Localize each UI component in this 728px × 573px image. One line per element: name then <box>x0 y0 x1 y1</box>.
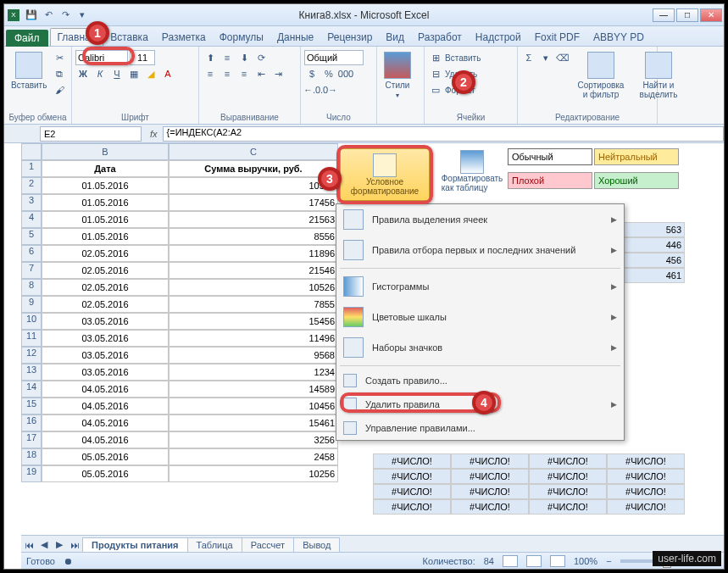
cell-date[interactable]: 05.05.2016 <box>42 448 169 465</box>
fill-icon[interactable]: ▾ <box>538 50 553 65</box>
cell-date[interactable]: 03.05.2016 <box>42 330 169 347</box>
cell-date[interactable]: 01.05.2016 <box>42 228 169 245</box>
dec-decimal-icon[interactable]: .0→ <box>321 82 336 97</box>
row-header[interactable]: 3 <box>21 194 42 211</box>
tab-review[interactable]: Рецензир <box>320 29 379 46</box>
menu-top-bottom[interactable]: Правила отбора первых и последних значен… <box>336 235 624 265</box>
row-header[interactable]: 19 <box>21 465 42 482</box>
sheet-nav-first-icon[interactable]: ⏮ <box>21 537 36 553</box>
tab-insert[interactable]: Вставка <box>103 29 155 46</box>
qat-save-icon[interactable]: 💾 <box>24 8 39 23</box>
cell-error[interactable]: #ЧИСЛО! <box>529 453 607 469</box>
cell-error[interactable]: #ЧИСЛО! <box>373 499 451 515</box>
row-header[interactable]: 16 <box>21 414 42 431</box>
fill-color-icon[interactable]: ◢ <box>143 66 158 81</box>
cell-error[interactable]: #ЧИСЛО! <box>373 469 451 484</box>
currency-icon[interactable]: $ <box>304 66 320 81</box>
tab-view[interactable]: Вид <box>379 29 411 46</box>
format-as-table-button[interactable]: Форматировать как таблицу <box>440 148 504 194</box>
view-pagebreak-icon[interactable] <box>550 555 565 567</box>
row-header[interactable]: 9 <box>21 296 42 313</box>
row-header[interactable]: 14 <box>21 381 42 398</box>
cell-date[interactable]: 02.05.2016 <box>42 245 169 262</box>
cell-sum[interactable]: 10256 <box>169 465 338 482</box>
tab-developer[interactable]: Разработ <box>411 29 469 46</box>
cell-sum[interactable]: 11896 <box>169 245 338 262</box>
sheet-nav-last-icon[interactable]: ⏭ <box>67 537 82 553</box>
file-tab[interactable]: Файл <box>6 30 48 47</box>
cell-sum[interactable]: 7855 <box>169 296 338 313</box>
macro-record-icon[interactable]: ⏺ <box>64 556 73 566</box>
format-painter-icon[interactable]: 🖌 <box>52 82 67 97</box>
cell-date[interactable]: 03.05.2016 <box>42 364 169 381</box>
sheet-tab[interactable]: Вывод <box>293 537 340 553</box>
cut-icon[interactable]: ✂ <box>52 50 67 65</box>
style-normal[interactable]: Обычный <box>508 148 592 165</box>
sheet-tab[interactable]: Рассчет <box>242 537 295 553</box>
cell-date[interactable]: 01.05.2016 <box>42 177 169 194</box>
sort-filter-button[interactable]: Сортировка и фильтр <box>572 50 630 101</box>
bold-icon[interactable]: Ж <box>75 66 91 81</box>
style-bad[interactable]: Плохой <box>508 172 592 189</box>
italic-icon[interactable]: К <box>92 66 108 81</box>
row-header[interactable]: 1 <box>21 160 42 177</box>
cell-sum[interactable]: 17456 <box>169 194 338 211</box>
cell-error[interactable]: #ЧИСЛО! <box>607 484 685 499</box>
close-button[interactable]: ✕ <box>700 8 722 22</box>
cell-date[interactable]: 01.05.2016 <box>42 194 169 211</box>
row-header[interactable]: 13 <box>21 364 42 381</box>
cell-sum[interactable]: 10526 <box>169 279 338 296</box>
menu-icon-sets[interactable]: Наборы значков ▶ <box>336 332 624 363</box>
name-box[interactable] <box>40 126 142 142</box>
paste-button[interactable]: Вставить <box>8 50 50 92</box>
menu-color-scales[interactable]: Цветовые шкалы ▶ <box>336 302 624 332</box>
menu-new-rule[interactable]: Создать правило... <box>336 369 624 392</box>
cell-sum[interactable]: 14589 <box>169 381 338 398</box>
styles-dropdown-button[interactable]: Стили ▾ <box>381 50 414 101</box>
cell-error[interactable]: #ЧИСЛО! <box>451 484 529 499</box>
minimize-button[interactable]: — <box>653 8 675 22</box>
tab-formulas[interactable]: Формулы <box>213 29 270 46</box>
cell-date[interactable]: 01.05.2016 <box>42 211 169 228</box>
cell-sum[interactable]: 21546 <box>169 262 338 279</box>
menu-manage-rules[interactable]: Управление правилами... <box>336 416 624 440</box>
formula-bar[interactable]: {=ИНДЕКС(A2:A2 <box>163 126 724 142</box>
col-header-c[interactable]: C <box>169 143 338 160</box>
cell-error[interactable]: #ЧИСЛО! <box>451 453 529 469</box>
insert-cells-icon[interactable]: ⊞ <box>428 50 443 65</box>
cell-sum[interactable]: 9568 <box>169 347 338 364</box>
header-cell-sum[interactable]: Сумма выручки, руб. <box>169 160 338 177</box>
row-header[interactable]: 11 <box>21 330 42 347</box>
comma-icon[interactable]: 000 <box>338 66 353 81</box>
cell-error[interactable]: #ЧИСЛО! <box>607 469 685 484</box>
row-header[interactable]: 5 <box>21 228 42 245</box>
cell-date[interactable]: 03.05.2016 <box>42 347 169 364</box>
qat-customize-icon[interactable]: ▾ <box>75 8 90 23</box>
row-header[interactable]: 17 <box>21 431 42 448</box>
sheet-nav-prev-icon[interactable]: ◀ <box>36 537 52 553</box>
cell-sum[interactable]: 15456 <box>169 313 338 330</box>
row-header[interactable]: 7 <box>21 262 42 279</box>
cell-date[interactable]: 02.05.2016 <box>42 279 169 296</box>
cell-sum[interactable]: 10456 <box>169 398 338 414</box>
sheet-tab[interactable]: Таблица <box>187 537 242 553</box>
cell-date[interactable]: 04.05.2016 <box>42 381 169 398</box>
cell-error[interactable]: #ЧИСЛО! <box>451 499 529 515</box>
sheet-nav-next-icon[interactable]: ▶ <box>52 537 67 553</box>
select-all-corner[interactable] <box>21 143 42 160</box>
inc-decimal-icon[interactable]: ←.0 <box>304 82 320 97</box>
cell-error[interactable]: #ЧИСЛО! <box>451 469 529 484</box>
align-top-icon[interactable]: ⬆ <box>203 50 218 65</box>
col-header-b[interactable]: B <box>42 143 169 160</box>
cell-sum[interactable]: 15461 <box>169 414 338 431</box>
row-header[interactable]: 18 <box>21 448 42 465</box>
tab-abbyy[interactable]: ABBYY PD <box>586 29 651 46</box>
cell-sum[interactable]: 3256 <box>169 431 338 448</box>
menu-highlight-cells[interactable]: Правила выделения ячеек ▶ <box>336 204 624 235</box>
qat-redo-icon[interactable]: ↷ <box>58 8 73 23</box>
cell-error[interactable]: #ЧИСЛО! <box>373 453 451 469</box>
number-format-combo[interactable] <box>304 50 364 65</box>
cell-date[interactable]: 04.05.2016 <box>42 398 169 414</box>
menu-data-bars[interactable]: Гистограммы ▶ <box>336 271 624 302</box>
style-good[interactable]: Хороший <box>594 172 679 189</box>
